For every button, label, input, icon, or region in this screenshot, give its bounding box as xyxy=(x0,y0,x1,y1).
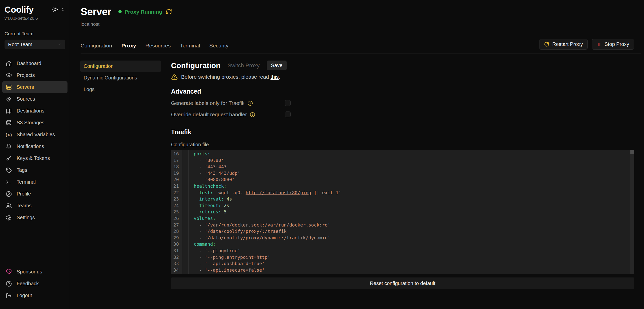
code-line: 33 - '--api.dashboard=true' xyxy=(171,260,630,267)
code-line: 16 ports: xyxy=(171,151,630,157)
line-number: 31 xyxy=(171,247,182,254)
code-text: - '--ping=true' xyxy=(182,247,240,254)
reset-configuration-button[interactable]: Reset configuration to default xyxy=(171,277,634,289)
read-this-link[interactable]: this xyxy=(270,74,279,80)
subnav-item-dynamic-configurations[interactable]: Dynamic Configurations xyxy=(80,72,161,83)
switch-proxy-button[interactable]: Switch Proxy xyxy=(228,62,260,69)
info-icon[interactable] xyxy=(248,101,253,106)
code-line: 34 - '--api.insecure=false' xyxy=(171,267,630,273)
subnav-item-logs[interactable]: Logs xyxy=(80,84,161,95)
code-text: retries: 5 xyxy=(182,209,226,215)
line-number: 20 xyxy=(171,176,182,183)
code-text: - '--api.dashboard=true' xyxy=(182,260,265,267)
stop-proxy-button[interactable]: Stop Proxy xyxy=(592,39,634,50)
line-number: 18 xyxy=(171,163,182,170)
sidebar-item-label: Profile xyxy=(17,191,31,197)
sidebar-item-dashboard[interactable]: Dashboard xyxy=(2,58,67,69)
sidebar-item-label: Terminal xyxy=(17,179,36,185)
team-select[interactable]: Root Team xyxy=(5,40,65,49)
line-number: 29 xyxy=(171,235,182,241)
code-lines: 16 ports:17 - '80:80'18 - '443:443'19 - … xyxy=(171,151,630,273)
page-title: Server xyxy=(81,6,111,17)
refresh-status-icon[interactable] xyxy=(166,9,172,15)
editor-scrollbar xyxy=(630,150,634,274)
sidebar-item-feedback[interactable]: Feedback xyxy=(2,278,67,290)
configuration-file-editor[interactable]: 16 ports:17 - '80:80'18 - '443:443'19 - … xyxy=(171,150,634,274)
code-line: 29 - '/data/coolify/proxy/dynamic:/traef… xyxy=(171,235,630,241)
tab-configuration[interactable]: Configuration xyxy=(81,43,112,49)
sidebar-item-label: Servers xyxy=(17,84,34,90)
logout-icon xyxy=(6,292,12,299)
override-handler-checkbox[interactable] xyxy=(285,111,291,117)
code-text: timeout: 2s xyxy=(182,202,229,209)
help-icon xyxy=(6,280,12,287)
traefik-heading: Traefik xyxy=(171,128,634,136)
code-text: - '/var/run/docker.sock:/var/run/docker.… xyxy=(182,222,330,228)
sidebar-item-s3-storages[interactable]: S3 Storages xyxy=(2,117,67,129)
line-number: 30 xyxy=(171,241,182,247)
tab-terminal[interactable]: Terminal xyxy=(180,43,200,49)
status-label: Proxy Running xyxy=(125,9,162,15)
app-logo: Coolify xyxy=(5,5,33,15)
sidebar-item-notifications[interactable]: Notifications xyxy=(2,141,67,152)
sidebar-item-tags[interactable]: Tags xyxy=(2,164,67,176)
line-number: 24 xyxy=(171,202,182,209)
sidebar-item-sponsor-us[interactable]: Sponsor us xyxy=(2,266,67,278)
sidebar-item-teams[interactable]: Teams xyxy=(2,200,67,212)
server-icon xyxy=(6,84,12,91)
current-team-label: Current Team xyxy=(0,31,70,37)
sidebar-item-servers[interactable]: Servers xyxy=(2,81,67,93)
tab-resources[interactable]: Resources xyxy=(145,43,171,49)
team-select-value: Root Team xyxy=(8,42,32,47)
sidebar-item-label: Teams xyxy=(17,203,31,209)
line-number: 32 xyxy=(171,254,182,261)
tab-proxy[interactable]: Proxy xyxy=(121,43,136,49)
save-button[interactable]: Save xyxy=(267,61,287,70)
tab-security[interactable]: Security xyxy=(209,43,228,49)
sidebar-item-settings[interactable]: Settings xyxy=(2,212,67,223)
heart-icon xyxy=(6,269,12,275)
theme-sun-icon[interactable] xyxy=(52,7,58,13)
sidebar-item-label: Settings xyxy=(17,215,35,220)
sidebar-item-terminal[interactable]: Terminal xyxy=(2,176,67,188)
code-line: 20 - '8080:8080' xyxy=(171,176,630,183)
line-number: 34 xyxy=(171,267,182,273)
sidebar-footer: Sponsor usFeedbackLogout xyxy=(0,266,70,309)
proxy-subnav: ConfigurationDynamic ConfigurationsLogs xyxy=(80,61,161,289)
restart-proxy-button[interactable]: Restart Proxy xyxy=(539,39,588,50)
generate-labels-checkbox[interactable] xyxy=(285,100,291,106)
sidebar-item-sources[interactable]: Sources xyxy=(2,93,67,105)
code-line: 24 timeout: 2s xyxy=(171,202,630,209)
app-version: v4.0.0-beta.420.6 xyxy=(0,16,70,21)
code-line: 22 test: 'wget -qO- http://localhost:80/… xyxy=(171,189,630,196)
sidebar-item-shared-variables[interactable]: (x)Shared Variables xyxy=(2,129,67,141)
user-icon xyxy=(6,191,12,197)
sidebar-item-keys-tokens[interactable]: Keys & Tokens xyxy=(2,152,67,164)
sidebar-item-destinations[interactable]: Destinations xyxy=(2,105,67,117)
editor-scrollbar-thumb[interactable] xyxy=(630,150,634,154)
warning-text: Before switching proxies, please read th… xyxy=(181,74,280,80)
line-number: 23 xyxy=(171,196,182,202)
sidebar-item-label: S3 Storages xyxy=(17,120,44,126)
sidebar-item-logout[interactable]: Logout xyxy=(2,290,67,301)
sidebar-item-label: Dashboard xyxy=(17,61,41,66)
line-number: 17 xyxy=(171,157,182,164)
theme-switcher-chevrons-icon[interactable] xyxy=(61,8,65,12)
code-line: 26 volumes: xyxy=(171,215,630,222)
home-icon xyxy=(6,60,12,67)
sidebar-item-label: Projects xyxy=(17,72,35,78)
subnav-item-configuration[interactable]: Configuration xyxy=(80,61,161,72)
line-number: 22 xyxy=(171,189,182,196)
code-line: 25 retries: 5 xyxy=(171,209,630,215)
sidebar-item-label: Notifications xyxy=(17,144,44,149)
code-text: healthcheck: xyxy=(182,183,226,189)
code-line: 17 - '80:80' xyxy=(171,157,630,164)
setting-row-override-handler: Override default request handler xyxy=(171,111,634,118)
users-icon xyxy=(6,203,12,209)
code-line: 23 interval: 4s xyxy=(171,196,630,202)
sidebar-item-projects[interactable]: Projects xyxy=(2,69,67,81)
info-icon[interactable] xyxy=(250,112,255,117)
sidebar-item-profile[interactable]: Profile xyxy=(2,188,67,200)
tag-icon xyxy=(6,167,12,174)
sidebar-item-label: Shared Variables xyxy=(17,132,55,137)
